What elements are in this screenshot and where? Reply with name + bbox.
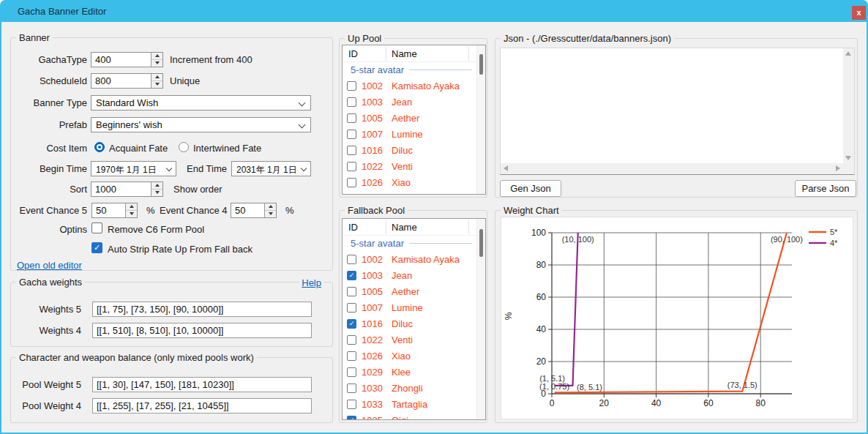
weights-5-label: Weights 5	[11, 304, 81, 315]
list-item[interactable]: 1007Lumine	[343, 127, 476, 143]
json-textarea[interactable]	[501, 48, 843, 163]
list-item[interactable]: 1016Diluc	[343, 316, 476, 332]
row-checkbox[interactable]	[347, 113, 356, 123]
weights-5-input[interactable]: [[1, 75], [73, 150], [90, 10000]]	[92, 302, 312, 317]
scrollbar-thumb[interactable]	[479, 54, 483, 75]
begin-time-picker[interactable]: 1970年 1月 1日	[91, 161, 176, 176]
spin-down-button[interactable]	[151, 60, 162, 67]
event-chance-4-spinner[interactable]: 50	[231, 203, 277, 218]
list-item[interactable]: 1022Venti	[343, 332, 476, 348]
sort-spinner[interactable]: 1000	[91, 182, 163, 197]
row-id: 1002	[362, 81, 383, 91]
intertwined-fate-radio[interactable]	[179, 142, 189, 152]
row-checkbox[interactable]	[347, 271, 356, 280]
row-name: Xiao	[392, 177, 411, 188]
close-button[interactable]: x	[852, 6, 866, 20]
row-checkbox[interactable]	[347, 400, 356, 409]
list-item[interactable]: 1026Xiao	[343, 348, 476, 364]
row-checkbox[interactable]	[347, 130, 356, 139]
remove-c6-checkbox[interactable]	[91, 222, 102, 233]
end-time-picker[interactable]: 2031年 1月 1日	[231, 161, 311, 176]
list-item[interactable]: 1030Zhongli	[343, 381, 476, 397]
weights-4-input[interactable]: [[1, 510], [8, 510], [10, 10000]]	[92, 323, 312, 338]
row-name: Kamisato Ayaka	[392, 254, 460, 265]
begin-time-value: 1970年 1月 1日	[96, 164, 157, 176]
list-item[interactable]: 1002Kamisato Ayaka	[343, 252, 476, 268]
list-item[interactable]: 1016Diluc	[343, 143, 476, 159]
scroll-down-icon[interactable]	[845, 156, 851, 160]
pool-weight-4-label: Pool Weight 4	[11, 400, 81, 411]
list-item[interactable]: 1026Xiao	[343, 175, 476, 191]
scheduleid-spinner[interactable]: 800	[91, 73, 163, 89]
pool-weight-4-input[interactable]: [[1, 255], [17, 255], [21, 10455]]	[92, 398, 312, 414]
spin-down-button[interactable]	[126, 211, 137, 218]
row-name: Aether	[392, 113, 419, 124]
auto-strip-checkbox[interactable]	[91, 242, 102, 253]
event-chance-5-spinner[interactable]: 50	[91, 203, 138, 218]
spin-up-button[interactable]	[151, 74, 162, 81]
row-checkbox[interactable]	[347, 81, 356, 91]
row-checkbox[interactable]	[347, 178, 356, 187]
list-item[interactable]: 1033Tartaglia	[343, 397, 476, 413]
list-item[interactable]: 1005Aether	[343, 111, 476, 127]
spin-down-button[interactable]	[151, 190, 162, 197]
help-link[interactable]: Help	[299, 277, 323, 288]
prefab-select[interactable]: Beginners' wish	[91, 117, 311, 132]
list-item[interactable]: 1003Jean	[343, 268, 476, 284]
fallback-pool-list[interactable]: ID Name 5-star avatar 1002Kamisato Ayaka…	[342, 218, 486, 420]
scroll-up-icon[interactable]	[845, 51, 851, 56]
weight-chart-group: Weight Chart 020406080100020406080(10, 1…	[495, 210, 858, 423]
gen-json-button[interactable]: Gen Json	[500, 180, 561, 197]
acquaint-fate-radio[interactable]	[94, 142, 105, 152]
auto-strip-label: Auto Strip Rate Up From Fall back	[108, 244, 252, 255]
row-checkbox[interactable]	[347, 367, 356, 377]
list-item[interactable]: 1007Lumine	[343, 300, 476, 316]
row-checkbox[interactable]	[347, 351, 356, 361]
pool-weight-5-input[interactable]: [[1, 30], [147, 150], [181, 10230]]	[92, 377, 312, 392]
vertical-scrollbar[interactable]	[476, 45, 485, 194]
up-pool-list[interactable]: ID Name 5-star avatar 1002Kamisato Ayaka…	[342, 45, 486, 195]
banner-type-select[interactable]: Standard Wish	[91, 95, 311, 111]
horizontal-scrollbar[interactable]	[501, 163, 843, 174]
spin-down-button[interactable]	[151, 81, 162, 89]
list-item[interactable]: 1029Klee	[343, 364, 476, 381]
svg-text:60: 60	[536, 292, 547, 302]
vertical-scrollbar[interactable]	[476, 219, 485, 419]
row-checkbox[interactable]	[347, 319, 356, 329]
row-name: Klee	[392, 367, 411, 378]
row-checkbox[interactable]	[347, 146, 356, 155]
row-checkbox[interactable]	[347, 287, 356, 296]
spin-up-button[interactable]	[265, 203, 276, 211]
row-checkbox[interactable]	[347, 416, 356, 420]
balance-group: Character and weapon balance (only mixed…	[10, 357, 333, 423]
banner-group: Banner GachaType 400 Increment from 400 …	[10, 37, 333, 271]
scrollbar-thumb[interactable]	[479, 229, 483, 257]
spin-down-button[interactable]	[265, 211, 276, 218]
banner-type-label: Banner Type	[11, 97, 87, 108]
list-item[interactable]: 1003Jean	[343, 94, 476, 111]
titlebar[interactable]: Gacha Banner Editor x	[0, 0, 868, 22]
spin-up-button[interactable]	[151, 182, 162, 190]
vertical-scrollbar[interactable]	[843, 48, 854, 163]
row-id: 1022	[362, 334, 383, 345]
id-column-header: ID	[348, 48, 358, 59]
spin-up-button[interactable]	[151, 53, 162, 60]
row-checkbox[interactable]	[347, 335, 356, 345]
open-old-editor-link[interactable]: Open old editor	[17, 260, 82, 271]
list-item[interactable]: 1022Venti	[343, 159, 476, 175]
list-item[interactable]: 1002Kamisato Ayaka	[343, 78, 476, 94]
row-checkbox[interactable]	[347, 162, 356, 171]
row-checkbox[interactable]	[347, 303, 356, 313]
row-checkbox[interactable]	[347, 97, 356, 107]
id-column-header: ID	[348, 222, 358, 233]
scroll-left-icon[interactable]	[504, 165, 508, 171]
spin-up-button[interactable]	[126, 203, 137, 211]
list-item[interactable]: 1005Aether	[343, 284, 476, 300]
event-chance-5-label: Event Chance 5	[11, 205, 87, 216]
parse-json-button[interactable]: Parse Json	[795, 180, 856, 197]
list-item[interactable]: 1035Qiqi	[343, 413, 476, 420]
scroll-right-icon[interactable]	[836, 165, 840, 171]
gachatype-spinner[interactable]: 400	[91, 52, 163, 67]
row-checkbox[interactable]	[347, 384, 356, 393]
row-checkbox[interactable]	[347, 255, 356, 264]
